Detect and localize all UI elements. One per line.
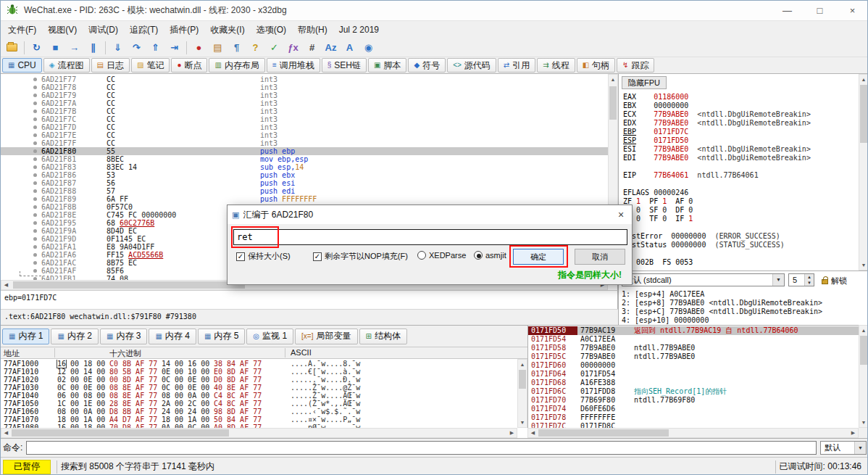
stack-row[interactable]: 0171FD6C0171FDD8指向SEH_Record[1]的指针 xyxy=(528,387,859,396)
breakpoint-gutter[interactable] xyxy=(1,131,41,139)
breakpoint-gutter[interactable] xyxy=(1,171,41,179)
toolbar-comment-button[interactable]: ¶ xyxy=(228,39,246,56)
disasm-row[interactable]: 6AD21F8055push ebp xyxy=(1,147,608,155)
breakpoint-gutter[interactable] xyxy=(1,259,41,267)
tab-dump-4[interactable]: ▦内存 4 xyxy=(149,329,196,344)
stack-vertical-scrollbar-thumb[interactable] xyxy=(860,336,867,365)
disasm-vertical-scrollbar-up-arrow[interactable]: ▲ xyxy=(609,75,617,84)
argument-row[interactable]: 3: [esp+C] 77B9ABE0 <ntdll.DbgUiRemoteBr… xyxy=(622,307,867,316)
register-row[interactable]: ESP 0171FD50 xyxy=(623,136,858,145)
register-row[interactable]: ZF 1 PF 1 AF 0 xyxy=(623,197,858,206)
menu-item-view[interactable]: 视图(V) xyxy=(42,22,83,38)
command-script-dropdown[interactable]: 默认 ▼ xyxy=(820,441,867,455)
dump-horizontal-scrollbar[interactable]: ◀▶ xyxy=(1,428,517,438)
register-row[interactable]: EDX 77B9ABE0 <ntdll.DbgUiRemoteBreakin> xyxy=(623,119,858,128)
disasm-row[interactable]: 6AD21F78CCint3 xyxy=(1,83,608,91)
tab-symbols[interactable]: ◆符号 xyxy=(408,58,446,73)
dump-row[interactable]: 77AF104006 00 08 0008 8E AF 7708 00 0A 0… xyxy=(1,392,517,400)
stack-horizontal-scrollbar-left-arrow[interactable]: ◀ xyxy=(528,429,538,437)
stack-row[interactable]: 0171FD5C77B9ABE0ntdll.77B9ABE0 xyxy=(528,352,859,361)
menu-item-help[interactable]: 帮助(H) xyxy=(292,22,333,38)
breakpoint-gutter[interactable] xyxy=(1,107,41,115)
register-row[interactable]: ESI 77B9ABE0 <ntdll.DbgUiRemoteBreakin> xyxy=(623,145,858,154)
toolbar-pause-button[interactable]: ∥ xyxy=(84,39,102,56)
spinner-arrows[interactable]: ▲▼ xyxy=(804,274,814,286)
registers-vertical-scrollbar-thumb[interactable] xyxy=(860,85,867,143)
disasm-row[interactable]: 6AD21F7FCCint3 xyxy=(1,139,608,147)
register-row[interactable]: EBP 0171FD7C xyxy=(623,128,858,136)
dialog-close-icon[interactable]: × xyxy=(610,209,632,220)
checkbox-checked-icon[interactable] xyxy=(236,252,245,261)
menu-item-build-date[interactable]: Jul 2 2019 xyxy=(333,22,385,37)
breakpoint-gutter[interactable] xyxy=(1,243,41,251)
calling-convention-combobox[interactable]: 默认 (stdcall) ▼ xyxy=(622,273,785,286)
nop-fill-checkbox[interactable]: 剩余字节以NOP填充(F) xyxy=(313,251,408,262)
stack-horizontal-scrollbar-thumb[interactable] xyxy=(538,429,669,437)
breakpoint-gutter[interactable] xyxy=(1,179,41,187)
breakpoint-gutter[interactable] xyxy=(1,227,41,235)
stack-horizontal-scrollbar-right-arrow[interactable]: ▶ xyxy=(848,429,858,437)
stack-row[interactable]: 0171FD640171FD54 xyxy=(528,370,859,379)
register-row[interactable]: EAX 01186000 xyxy=(623,93,858,102)
hide-fpu-button[interactable]: 隐藏FPU xyxy=(622,76,667,89)
toolbar-internet-button[interactable]: ◉ xyxy=(359,39,377,56)
argument-row[interactable]: 1: [esp+4] A0C17EEA xyxy=(622,290,867,299)
breakpoint-gutter[interactable] xyxy=(1,219,41,227)
unlock-toggle[interactable]: 解锁 xyxy=(822,274,847,287)
disasm-row[interactable]: 6AD21F7ACCint3 xyxy=(1,99,608,107)
breakpoint-gutter[interactable] xyxy=(1,99,41,107)
tab-watch-1[interactable]: ◎监视 1 xyxy=(246,329,293,344)
dump-selected-byte[interactable]: 16 xyxy=(57,360,66,368)
spinner-down-icon[interactable]: ▼ xyxy=(805,280,814,286)
registers-vertical-scrollbar[interactable]: ▲▼ xyxy=(859,74,868,270)
dump-vertical-scrollbar-down-arrow[interactable]: ▼ xyxy=(518,418,527,427)
tab-memory-map[interactable]: ▥内存布局 xyxy=(209,58,264,73)
registers-vertical-scrollbar-down-arrow[interactable]: ▼ xyxy=(859,260,868,270)
cancel-button[interactable]: 取消 xyxy=(575,249,625,265)
tab-trace[interactable]: ↯跟踪 xyxy=(617,58,654,73)
breakpoint-gutter[interactable] xyxy=(1,123,41,131)
dump-row[interactable]: 77AF102002 00 0E 0000 8D AF 770C 00 0E 0… xyxy=(1,376,517,384)
toolbar-step-into-button[interactable]: ⇓ xyxy=(109,39,127,56)
breakpoint-gutter[interactable] xyxy=(1,235,41,243)
breakpoint-gutter[interactable] xyxy=(1,155,41,163)
tab-cpu[interactable]: ▦CPU xyxy=(2,58,42,73)
tab-log[interactable]: ▤日志 xyxy=(91,58,130,73)
tab-breakpoints[interactable]: ●断点 xyxy=(171,58,207,73)
disasm-horizontal-scrollbar-thumb[interactable] xyxy=(13,281,245,289)
tab-threads[interactable]: ⇉线程 xyxy=(537,58,575,73)
menu-item-debug[interactable]: 调试(D) xyxy=(83,22,124,38)
window-close-button[interactable]: × xyxy=(836,1,868,21)
toolbar-stop-button[interactable]: ■ xyxy=(46,39,64,56)
breakpoint-gutter[interactable] xyxy=(1,195,41,203)
register-row[interactable]: OF 0 SF 0 DF 0 xyxy=(623,206,858,215)
dump-row[interactable]: 77AF101012 00 14 0080 5B AF 770E 00 10 0… xyxy=(1,368,517,376)
stack-row[interactable]: 0171FD5877B9ABE0ntdll.77B9ABE0 xyxy=(528,344,859,352)
argument-row[interactable]: 2: [esp+8] 77B9ABE0 <ntdll.DbgUiRemoteBr… xyxy=(622,299,867,307)
argument-row[interactable]: 4: [esp+10] 00000000 xyxy=(622,316,867,325)
stack-vertical-scrollbar-up-arrow[interactable]: ▲ xyxy=(859,326,868,335)
dump-row[interactable]: 77AF10501C 00 1E 0028 8E AF 772A 00 2C 0… xyxy=(1,400,517,408)
column-divider[interactable] xyxy=(285,348,285,358)
breakpoint-gutter[interactable] xyxy=(1,187,41,195)
toolbar-log-button[interactable]: ▤ xyxy=(209,39,227,56)
toolbar-open-file-button[interactable] xyxy=(3,39,21,56)
disasm-row[interactable]: 6AD21F7ECCint3 xyxy=(1,131,608,139)
register-row[interactable]: EDI 77B9ABE0 <ntdll.DbgUiRemoteBreakin> xyxy=(623,154,858,162)
tab-seh[interactable]: §SEH链 xyxy=(322,58,367,73)
register-row[interactable]: GS 002B FS 0053 xyxy=(623,258,858,267)
stack-horizontal-scrollbar[interactable]: ◀▶ xyxy=(527,428,859,438)
tab-call-stack[interactable]: ≡调用堆栈 xyxy=(267,58,320,73)
tab-graph[interactable]: ◈流程图 xyxy=(43,58,90,73)
toolbar-text-search-button[interactable]: A xyxy=(341,39,359,56)
tab-dump-5[interactable]: ▦内存 5 xyxy=(198,329,245,344)
chevron-down-icon[interactable]: ▼ xyxy=(772,274,784,286)
tab-script[interactable]: ▣脚本 xyxy=(368,58,406,73)
register-row[interactable]: ECX 77B9ABE0 <ntdll.DbgUiRemoteBreakin> xyxy=(623,110,858,119)
toolbar-restart-button[interactable]: ↻ xyxy=(28,39,46,56)
toolbar-run-to-selection-button[interactable]: ⇥ xyxy=(165,39,183,56)
window-minimize-button[interactable]: — xyxy=(771,1,804,21)
tab-dump-2[interactable]: ▦内存 2 xyxy=(51,329,98,344)
disasm-row[interactable]: 6AD21F77CCint3 xyxy=(1,75,608,83)
stack-row[interactable]: 0171FD74D60FE6D6 xyxy=(528,405,859,413)
